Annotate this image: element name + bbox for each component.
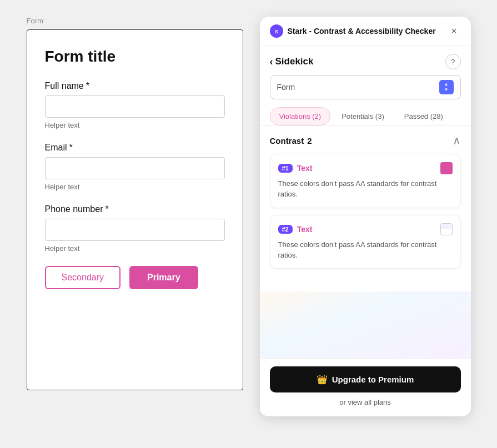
full-name-label: Full name * [45, 81, 225, 91]
required-star-email: * [69, 143, 73, 153]
violation-1-desc: These colors don't pass AA standards for… [278, 179, 453, 200]
stark-panel: S Stark - Contrast & Accessibility Check… [260, 17, 471, 416]
back-button[interactable]: ‹ Sidekick [270, 56, 314, 68]
violation-card-2: #2 Text These colors don't pass AA stand… [270, 215, 461, 269]
violation-1-badge: #1 [278, 164, 293, 173]
full-name-input[interactable] [45, 95, 225, 118]
stark-footer: 👑 Upgrade to Premium or view all plans [260, 358, 471, 416]
stepper-down-icon: ▼ [444, 88, 449, 92]
view-plans-link[interactable]: or view all plans [270, 398, 461, 406]
svg-text:S: S [274, 29, 278, 34]
full-name-helper: Helper text [45, 121, 225, 129]
violation-card-1: #1 Text These colors don't pass AA stand… [270, 154, 461, 208]
stark-logo: S [270, 24, 283, 38]
stark-header-left: S Stark - Contrast & Accessibility Check… [270, 24, 436, 38]
section-header: Contrast 2 ∧ [270, 135, 461, 146]
tab-passed[interactable]: Passed (28) [395, 107, 452, 125]
required-star-phone: * [105, 204, 108, 214]
sidekick-nav: ‹ Sidekick ? [260, 46, 471, 75]
violation-2-swatch [440, 223, 453, 235]
crown-icon: 👑 [317, 374, 328, 385]
stark-title: Stark - Contrast & Accessibility Checker [288, 27, 436, 36]
form-buttons: Secondary Primary [45, 266, 225, 289]
primary-button[interactable]: Primary [129, 266, 198, 289]
select-stepper[interactable]: ▲ ▼ [439, 80, 454, 94]
form-panel: Form title Full name * Helper text Email… [27, 29, 243, 390]
phone-label: Phone number * [45, 204, 225, 214]
phone-field: Phone number * Helper text [45, 204, 225, 253]
violation-1-swatch [440, 162, 453, 174]
form-select-wrapper: Form ▲ ▼ [260, 75, 471, 107]
violation-1-badge-area: #1 Text [278, 164, 313, 173]
violations-section: Contrast 2 ∧ #1 Text These colors don't … [260, 127, 471, 291]
back-arrow-icon: ‹ [270, 56, 273, 68]
violation-card-2-header: #2 Text [278, 223, 453, 235]
stark-lower-gradient [260, 291, 471, 358]
stepper-up-icon: ▲ [444, 82, 449, 87]
phone-helper: Helper text [45, 244, 225, 253]
stark-header: S Stark - Contrast & Accessibility Check… [260, 17, 471, 46]
email-label: Email * [45, 143, 225, 153]
violation-2-badge: #2 [278, 225, 293, 234]
email-field: Email * Helper text [45, 143, 225, 191]
tabs-row: Violations (2) Potentials (3) Passed (28… [260, 107, 471, 126]
collapse-button[interactable]: ∧ [453, 135, 461, 146]
violation-1-label: Text [297, 164, 313, 173]
violation-2-desc: These colors don't pass AA standards for… [278, 240, 453, 261]
secondary-button[interactable]: Secondary [45, 266, 121, 289]
tab-violations[interactable]: Violations (2) [270, 107, 331, 125]
violation-card-1-header: #1 Text [278, 162, 453, 174]
violation-2-label: Text [297, 225, 313, 234]
upgrade-button[interactable]: 👑 Upgrade to Premium [270, 366, 461, 392]
help-button[interactable]: ? [445, 54, 461, 69]
form-top-label: Form [27, 17, 243, 25]
email-helper: Helper text [45, 183, 225, 191]
section-title: Contrast 2 [270, 136, 312, 145]
sidekick-label: Sidekick [275, 56, 314, 67]
tab-potentials[interactable]: Potentials (3) [333, 107, 393, 125]
full-name-field: Full name * Helper text [45, 81, 225, 129]
form-title: Form title [45, 48, 225, 66]
violation-2-badge-area: #2 Text [278, 225, 313, 234]
email-input[interactable] [45, 157, 225, 179]
form-select-text: Form [277, 83, 295, 92]
phone-input[interactable] [45, 219, 225, 241]
required-star: * [86, 81, 89, 91]
close-icon[interactable]: × [448, 24, 461, 38]
form-panel-wrapper: Form Form title Full name * Helper text … [27, 17, 243, 390]
form-select[interactable]: Form ▲ ▼ [270, 75, 461, 99]
